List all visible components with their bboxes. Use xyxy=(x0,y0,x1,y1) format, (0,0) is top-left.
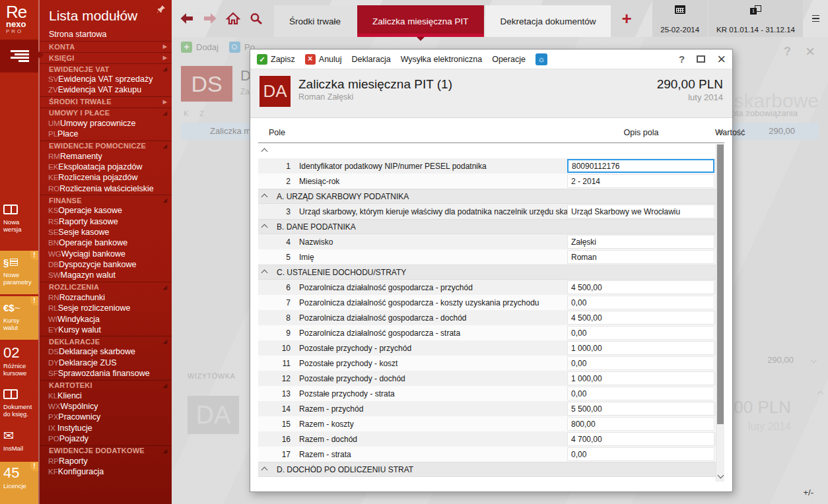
sidebar-module-deklaracje-zus[interactable]: DYDeklaracje ZUS xyxy=(40,358,172,368)
rail-item-nowe-parametry[interactable]: §Nowe parametry! xyxy=(0,251,38,294)
sidebar-category-konta[interactable]: KONTA▶ xyxy=(40,41,172,51)
field-value-12[interactable]: 1 000,00 xyxy=(567,371,714,385)
field-value-14[interactable]: 5 500,00 xyxy=(567,402,714,416)
rail-item-kursy-walut[interactable]: €$~Kursy walut! xyxy=(0,296,38,340)
rail-item-licencje[interactable]: 45Licencje! xyxy=(0,462,38,504)
sidebar-category-deklaracje[interactable]: DEKLARACJE◢ xyxy=(40,336,172,346)
search-button[interactable] xyxy=(248,11,265,26)
sidebar-module-rozrachunki[interactable]: RNRozrachunki xyxy=(40,292,172,303)
section-row-d-dochód-po-odliczeniu-strat[interactable]: D. DOCHÓD PO ODLICZENIU STRAT xyxy=(258,462,724,477)
toolbar-menu-wysyłka-elektroniczna[interactable]: Wysyłka elektroniczna xyxy=(401,55,483,64)
field-value-6[interactable]: 4 500,00 xyxy=(567,280,714,294)
field-value-11[interactable]: 0,00 xyxy=(567,356,714,370)
sidebar-module-windykacja[interactable]: WIWindykacja xyxy=(40,314,172,325)
save-button[interactable]: ✓ Zapisz xyxy=(257,54,295,65)
sidebar-module-remanenty[interactable]: RMRemanenty xyxy=(40,151,172,162)
tab-dekretacja-dokumentów[interactable]: Dekretacja dokumentów xyxy=(485,5,611,37)
modules-menu-button[interactable] xyxy=(0,40,38,73)
sidebar-module-operacje-bankowe[interactable]: BNOperacje bankowe xyxy=(40,237,172,248)
field-row-10[interactable]: 10Pozostałe przychody - przychód1 000,00 xyxy=(258,340,724,356)
field-value-17[interactable]: 0,00 xyxy=(567,447,714,461)
sidebar-module-ewidencja-vat-sprzedaży[interactable]: SVEwidencja VAT sprzedaży xyxy=(40,74,172,84)
field-row-2[interactable]: 2Miesiąc-rok2 - 2014 xyxy=(258,173,724,189)
field-value-4[interactable]: Załęski xyxy=(567,235,714,249)
collapse-icon[interactable] xyxy=(261,193,268,200)
home-button[interactable] xyxy=(224,11,242,26)
sidebar-category-księgi[interactable]: KSIĘGI▶ xyxy=(40,52,172,63)
field-row-5[interactable]: 5ImięRoman xyxy=(258,249,724,265)
field-row-13[interactable]: 13Pozstałe przychody - strata0,00 xyxy=(258,386,724,401)
sidebar-module-umowy-pracownicze[interactable]: UMUmowy pracownicze xyxy=(40,118,172,129)
sidebar-module-sprawozdania-finansowe[interactable]: SFSprawozdania finansowe xyxy=(40,368,172,379)
sidebar-module-płace[interactable]: PLPłace xyxy=(40,129,172,139)
sidebar-module-kursy-walut[interactable]: EYKursy walut xyxy=(40,325,172,335)
tab-środki-trwałe[interactable]: Środki trwałe xyxy=(274,5,356,37)
sidebar-category-ewidencje-dodatkowe[interactable]: EWIDENCJE DODATKOWE◢ xyxy=(40,445,172,456)
field-value-8[interactable]: 4 500,00 xyxy=(567,311,714,325)
pin-icon[interactable] xyxy=(156,5,166,14)
field-row-17[interactable]: 17Razem - strata0,00 xyxy=(258,447,724,462)
sidebar-module-raporty-kasowe[interactable]: RSRaporty kasowe xyxy=(40,216,172,227)
cancel-button[interactable]: × Anuluj xyxy=(305,54,342,65)
field-value-3[interactable]: Urząd Skarbowy we Wrocławiu xyxy=(567,205,714,218)
sidebar-module-konfiguracja[interactable]: KFKonfiguracja xyxy=(40,466,172,477)
sidebar-module-wyciągi-bankowe[interactable]: WGWyciągi bankowe xyxy=(40,249,172,259)
collapse-icon[interactable] xyxy=(261,269,268,276)
back-button[interactable] xyxy=(178,11,195,26)
table-scrollbar[interactable] xyxy=(716,144,724,482)
section-row-a-urząd-skarbowy-podatnika[interactable]: A. URZĄD SKARBOWY PODATNIKA xyxy=(258,189,724,204)
collapse-icon[interactable] xyxy=(261,148,268,154)
section-row-b-dane-podatnika[interactable]: B. DANE PODATNIKA xyxy=(258,219,724,234)
field-row-7[interactable]: 7Pozarolnicza działalność gospodarcza - … xyxy=(258,295,724,310)
field-row-3[interactable]: 3Urząd skarbowy, którym kieruje właściwy… xyxy=(258,204,724,219)
sidebar-module-deklaracje-skarbowe[interactable]: DSDeklaracje skarbowe xyxy=(40,346,172,357)
sidebar-module-eksploatacja-pojazdów[interactable]: EKEksploatacja pojazdów xyxy=(40,162,172,172)
field-value-10[interactable]: 1 000,00 xyxy=(567,341,714,355)
collapse-row[interactable] xyxy=(258,143,724,158)
sidebar-module-dyspozycje-bankowe[interactable]: DBDyspozycje bankowe xyxy=(40,259,172,270)
sidebar-category-umowy-i-płace[interactable]: UMOWY I PŁACE◢ xyxy=(40,108,172,118)
close-icon[interactable]: × xyxy=(717,54,726,65)
sidebar-category-rozliczenia[interactable]: ROZLICZENIA◢ xyxy=(40,282,172,292)
section-row-c-ustalenie-dochodu-straty[interactable]: C. USTALENIE DOCHODU/STRATY xyxy=(258,265,724,280)
sidebar-category-środki-trwałe[interactable]: ŚRODKI TRWAŁE▶ xyxy=(40,96,172,107)
sidebar-module-operacje-kasowe[interactable]: KSOperacje kasowe xyxy=(40,205,172,216)
field-value-7[interactable]: 0,00 xyxy=(567,296,714,309)
current-date-button[interactable]: 25-02-2014 xyxy=(652,0,707,37)
dialog-help-button[interactable]: ? xyxy=(679,53,685,65)
rail-item-różnice-kursowe[interactable]: 02Różnice kursowe xyxy=(0,342,38,381)
rail-item-insmail[interactable]: ✉InsMail xyxy=(0,424,38,461)
plus-minus-control[interactable]: +/- xyxy=(803,488,813,497)
field-value-13[interactable]: 0,00 xyxy=(567,387,714,400)
maximize-icon[interactable] xyxy=(697,55,705,63)
field-row-1[interactable]: 1Identyfikator podatkowy NIP/numer PESEL… xyxy=(258,158,724,173)
field-value-2[interactable]: 2 - 2014 xyxy=(567,174,714,188)
forward-button[interactable] xyxy=(201,11,219,26)
sidebar-module-rozliczenia-pojazdów[interactable]: KERozliczenia pojazdów xyxy=(40,172,172,183)
period-button[interactable]: 1 KR 01.01.14 - 31.12.14 xyxy=(708,0,803,37)
sidebar-category-finanse[interactable]: FINANSE◢ xyxy=(40,195,172,205)
rail-item-nowa-wersja[interactable]: Nowa wersja xyxy=(0,198,38,237)
toolbar-menu-operacje[interactable]: Operacje xyxy=(492,55,526,64)
field-row-11[interactable]: 11Pozostałe przychody - koszt0,00 xyxy=(258,356,724,371)
sidebar-module-raporty[interactable]: RPRaporty xyxy=(40,456,172,466)
tab-zaliczka-miesięczna-pit[interactable]: Zaliczka miesięczna PIT xyxy=(357,5,484,37)
app-menu-button[interactable] xyxy=(803,0,828,37)
sidebar-category-ewidencje-pomocnicze[interactable]: EWIDENCJE POMOCNICZE◢ xyxy=(40,141,172,151)
sidebar-module-instytucje[interactable]: IXInstytucje xyxy=(40,423,172,433)
field-value-1[interactable]: 80090112176 xyxy=(567,159,714,173)
sidebar-module-sesje-kasowe[interactable]: SESesje kasowe xyxy=(40,227,172,237)
field-value-15[interactable]: 800,00 xyxy=(567,417,714,431)
sidebar-category-ewidencje-vat[interactable]: EWIDENCJE VAT◢ xyxy=(40,63,172,74)
sidebar-category-kartoteki[interactable]: KARTOTEKI◢ xyxy=(40,380,172,391)
field-row-16[interactable]: 16Razem - dochód4 700,00 xyxy=(258,431,724,447)
sidebar-module-klienci[interactable]: KLKlienci xyxy=(40,391,172,401)
sidebar-item-strona-startowa[interactable]: Strona startowa xyxy=(40,29,172,40)
field-row-12[interactable]: 12Pozostałe przychody - dochód1 000,00 xyxy=(258,371,724,386)
sidebar-module-pracownicy[interactable]: PXPracownicy xyxy=(40,412,172,422)
field-row-8[interactable]: 8Pozarolnicza działalność gospodarcza - … xyxy=(258,310,724,325)
collapse-icon[interactable] xyxy=(261,224,268,230)
field-row-15[interactable]: 15Razem - koszty800,00 xyxy=(258,416,724,431)
sidebar-module-magazyn-walut[interactable]: SWMagazyn walut xyxy=(40,270,172,280)
sidebar-module-rozliczenia-właścicielskie[interactable]: RORozliczenia właścicielskie xyxy=(40,183,172,194)
